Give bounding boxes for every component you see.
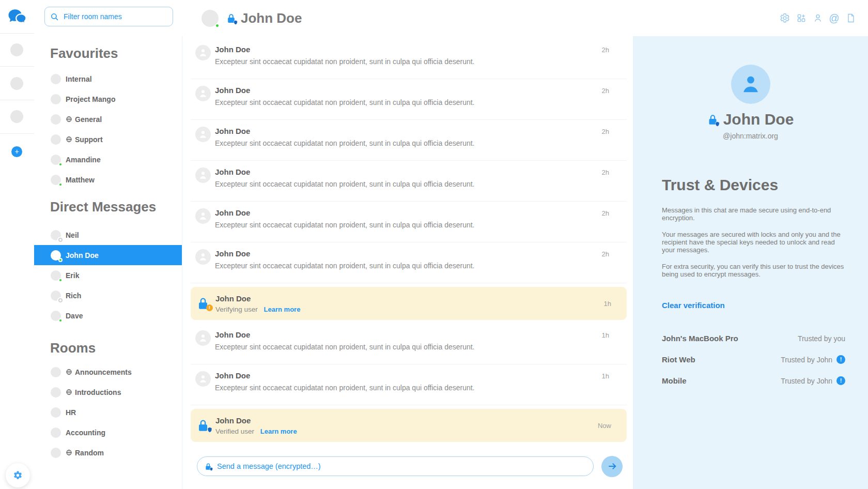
sidebar-sections: Favourites Internal Project Mango Genera… (34, 45, 182, 463)
app-logo-chat-bubbles-icon (6, 6, 28, 28)
person-icon (198, 170, 208, 180)
files-icon[interactable] (845, 13, 856, 24)
sidebar-item-random[interactable]: Random (34, 442, 182, 463)
sidebar-item-amandine[interactable]: Amandine (34, 149, 182, 170)
verified-lock-icon (707, 114, 718, 126)
sidebar-item-announcements[interactable]: Announcements (34, 362, 182, 382)
avatar (51, 230, 61, 240)
lock-icon: ! (197, 297, 210, 310)
globe-icon (66, 389, 72, 395)
presence-dot (58, 162, 63, 166)
sidebar-item-internal[interactable]: Internal (34, 69, 182, 89)
settings-button[interactable] (6, 463, 30, 487)
composer-bar (182, 444, 633, 489)
sidebar-item-project-mango[interactable]: Project Mango (34, 89, 182, 109)
message-row: John Doe Excepteur sint occaecat cupidat… (191, 161, 627, 202)
avatar (51, 367, 61, 377)
sidebar-item-erik[interactable]: Erik (34, 265, 182, 285)
person-icon (739, 72, 763, 96)
message-text: Excepteur sint occaecat cupidatat non pr… (215, 180, 475, 188)
message-timestamp: 2h (602, 249, 609, 283)
message-list: John Doe Excepteur sint occaecat cupidat… (182, 36, 633, 444)
message-timestamp: 2h (602, 86, 609, 119)
message-timestamp: Now (598, 422, 611, 430)
message-timestamp: 2h (602, 167, 609, 201)
community-rail: + (0, 0, 34, 489)
message-row: John Doe Excepteur sint occaecat cupidat… (191, 79, 627, 120)
device-list: John's MacBook Pro Trusted by you Riot W… (662, 328, 845, 391)
clear-verification-link[interactable]: Clear verification (662, 301, 725, 310)
mention-icon[interactable]: @ (829, 13, 840, 24)
message-sender: John Doe (215, 371, 475, 380)
avatar (51, 407, 61, 418)
info-icon[interactable]: ! (836, 376, 845, 385)
device-row: John's MacBook Pro Trusted by you (662, 328, 845, 349)
learn-more-link[interactable]: Learn more (260, 427, 297, 435)
learn-more-link[interactable]: Learn more (264, 305, 301, 313)
verification-status: Verified user (215, 427, 254, 435)
add-community-button[interactable]: + (11, 146, 22, 157)
section-list: Announcements Introductions HR Accountin… (34, 362, 182, 463)
sidebar-item-matthew[interactable]: Matthew (34, 170, 182, 190)
message-timestamp: 2h (602, 127, 609, 160)
presence-online-dot (215, 23, 220, 28)
sidebar-item-dave[interactable]: Dave (34, 305, 182, 326)
device-trust-status: Trusted by John (781, 377, 832, 385)
rail-community-avatar[interactable] (10, 77, 23, 90)
avatar (195, 208, 211, 224)
sidebar-item-hr[interactable]: HR (34, 402, 182, 422)
message-row: John Doe Excepteur sint occaecat cupidat… (191, 120, 627, 161)
add-room-icon[interactable] (796, 13, 807, 24)
message-input[interactable] (217, 462, 586, 470)
sidebar-item-support[interactable]: Support (34, 129, 182, 149)
room-avatar (202, 10, 219, 27)
sidebar-section: Direct Messages Neil John Doe Erik Rich (34, 199, 182, 326)
room-name: Neil (66, 231, 79, 239)
rail-community-avatar[interactable] (10, 43, 23, 56)
lock-icon: ! (197, 419, 210, 432)
message-text: Excepteur sint occaecat cupidatat non pr… (215, 57, 475, 66)
sidebar-item-john-doe[interactable]: John Doe (34, 245, 182, 265)
avatar (51, 427, 61, 438)
message-sender: John Doe (215, 86, 475, 95)
encryption-lock-icon (226, 13, 236, 24)
avatar (51, 155, 61, 165)
room-header: John Doe @ (182, 0, 868, 36)
rail-divider (0, 133, 34, 134)
trust-paragraph: Messages in this chat are made secure us… (662, 206, 845, 222)
sidebar-item-general[interactable]: General (34, 109, 182, 129)
avatar (51, 448, 61, 458)
sidebar-item-accounting[interactable]: Accounting (34, 422, 182, 442)
room-settings-icon[interactable] (779, 13, 790, 24)
message-text: Excepteur sint occaecat cupidatat non pr… (215, 384, 475, 392)
room-sidebar: Favourites Internal Project Mango Genera… (34, 0, 182, 489)
warning-badge-icon: ! (206, 304, 213, 311)
room-filter (44, 7, 173, 26)
room-name: Project Mango (66, 95, 115, 103)
sidebar-item-neil[interactable]: Neil (34, 225, 182, 245)
device-name: Riot Web (662, 355, 695, 364)
profile-name: John Doe (723, 111, 794, 128)
message-timestamp: 2h (602, 45, 609, 79)
sidebar-item-introductions[interactable]: Introductions (34, 382, 182, 402)
sidebar-item-rich[interactable]: Rich (34, 285, 182, 305)
room-name: Matthew (66, 176, 95, 184)
room-filter-input[interactable] (64, 12, 167, 21)
person-icon (198, 129, 208, 140)
device-row: Riot Web Trusted by John ! (662, 349, 845, 370)
chat-pane: John Doe Excepteur sint occaecat cupidat… (182, 36, 633, 489)
message-row: John Doe Excepteur sint occaecat cupidat… (191, 242, 627, 283)
avatar (51, 114, 61, 125)
send-button[interactable] (601, 456, 623, 477)
info-icon[interactable]: ! (836, 355, 845, 364)
message-timestamp: 1h (604, 300, 611, 308)
section-title: Favourites (50, 45, 182, 61)
members-icon[interactable] (812, 13, 823, 24)
message-sender: John Doe (215, 416, 297, 425)
avatar (195, 86, 211, 101)
rail-community-avatar[interactable] (10, 110, 23, 123)
message-text: Excepteur sint occaecat cupidatat non pr… (215, 98, 475, 106)
room-name: Rich (66, 292, 81, 300)
avatar (195, 127, 211, 142)
room-name: Amandine (66, 156, 101, 164)
